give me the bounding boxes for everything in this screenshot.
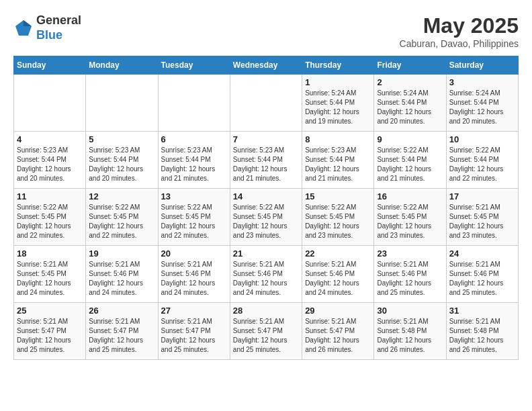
day-info: Sunrise: 5:21 AM Sunset: 5:46 PM Dayligh… xyxy=(161,260,227,298)
day-info: Sunrise: 5:23 AM Sunset: 5:44 PM Dayligh… xyxy=(17,146,83,183)
day-number: 21 xyxy=(233,248,299,259)
day-info: Sunrise: 5:23 AM Sunset: 5:44 PM Dayligh… xyxy=(89,146,154,183)
day-number: 11 xyxy=(17,191,83,201)
calendar-cell: 9Sunrise: 5:22 AM Sunset: 5:44 PM Daylig… xyxy=(374,132,446,189)
day-number: 28 xyxy=(233,306,299,316)
calendar-cell: 16Sunrise: 5:22 AM Sunset: 5:45 PM Dayli… xyxy=(374,189,446,246)
day-number: 2 xyxy=(377,77,443,87)
day-info: Sunrise: 5:24 AM Sunset: 5:44 PM Dayligh… xyxy=(449,89,515,126)
day-info: Sunrise: 5:23 AM Sunset: 5:44 PM Dayligh… xyxy=(233,146,299,183)
day-number: 7 xyxy=(233,134,299,144)
calendar-cell: 4Sunrise: 5:23 AM Sunset: 5:44 PM Daylig… xyxy=(14,132,86,189)
month-title: May 2025 xyxy=(400,13,519,38)
calendar-cell: 24Sunrise: 5:21 AM Sunset: 5:46 PM Dayli… xyxy=(446,246,518,303)
calendar-cell: 23Sunrise: 5:21 AM Sunset: 5:46 PM Dayli… xyxy=(374,246,446,303)
calendar-cell: 31Sunrise: 5:21 AM Sunset: 5:48 PM Dayli… xyxy=(446,303,518,360)
day-info: Sunrise: 5:21 AM Sunset: 5:48 PM Dayligh… xyxy=(449,317,515,355)
calendar-cell: 7Sunrise: 5:23 AM Sunset: 5:44 PM Daylig… xyxy=(230,132,302,189)
day-number: 17 xyxy=(449,191,515,201)
day-info: Sunrise: 5:21 AM Sunset: 5:46 PM Dayligh… xyxy=(377,260,443,298)
weekday-header-sunday: Sunday xyxy=(14,56,86,75)
calendar-cell: 12Sunrise: 5:22 AM Sunset: 5:45 PM Dayli… xyxy=(86,189,158,246)
day-number: 24 xyxy=(449,248,515,259)
calendar-cell: 17Sunrise: 5:21 AM Sunset: 5:45 PM Dayli… xyxy=(446,189,518,246)
calendar-week-2: 4Sunrise: 5:23 AM Sunset: 5:44 PM Daylig… xyxy=(14,132,519,189)
weekday-header-thursday: Thursday xyxy=(302,56,374,75)
logo-text: General Blue xyxy=(36,13,81,42)
day-number: 10 xyxy=(449,134,515,144)
day-info: Sunrise: 5:24 AM Sunset: 5:44 PM Dayligh… xyxy=(377,89,443,126)
day-info: Sunrise: 5:21 AM Sunset: 5:47 PM Dayligh… xyxy=(233,317,299,355)
calendar-cell: 5Sunrise: 5:23 AM Sunset: 5:44 PM Daylig… xyxy=(86,132,158,189)
calendar-cell: 21Sunrise: 5:21 AM Sunset: 5:46 PM Dayli… xyxy=(230,246,302,303)
calendar-cell: 20Sunrise: 5:21 AM Sunset: 5:46 PM Dayli… xyxy=(158,246,230,303)
calendar-week-1: 1Sunrise: 5:24 AM Sunset: 5:44 PM Daylig… xyxy=(14,75,519,132)
calendar-cell: 19Sunrise: 5:21 AM Sunset: 5:46 PM Dayli… xyxy=(86,246,158,303)
calendar-cell: 10Sunrise: 5:22 AM Sunset: 5:44 PM Dayli… xyxy=(446,132,518,189)
logo: General Blue xyxy=(13,13,81,42)
day-info: Sunrise: 5:21 AM Sunset: 5:47 PM Dayligh… xyxy=(161,317,227,355)
day-info: Sunrise: 5:23 AM Sunset: 5:44 PM Dayligh… xyxy=(305,146,371,183)
day-info: Sunrise: 5:22 AM Sunset: 5:45 PM Dayligh… xyxy=(17,203,83,240)
day-info: Sunrise: 5:21 AM Sunset: 5:47 PM Dayligh… xyxy=(89,317,154,355)
day-number: 3 xyxy=(449,77,515,87)
weekday-header-friday: Friday xyxy=(374,56,446,75)
day-info: Sunrise: 5:21 AM Sunset: 5:48 PM Dayligh… xyxy=(377,317,443,355)
weekday-header-monday: Monday xyxy=(86,56,158,75)
day-info: Sunrise: 5:21 AM Sunset: 5:45 PM Dayligh… xyxy=(17,260,83,298)
day-info: Sunrise: 5:21 AM Sunset: 5:46 PM Dayligh… xyxy=(449,260,515,298)
calendar-cell: 30Sunrise: 5:21 AM Sunset: 5:48 PM Dayli… xyxy=(374,303,446,360)
page-header: General Blue May 2025 Caburan, Davao, Ph… xyxy=(13,13,519,49)
day-info: Sunrise: 5:22 AM Sunset: 5:45 PM Dayligh… xyxy=(377,203,443,240)
day-info: Sunrise: 5:22 AM Sunset: 5:44 PM Dayligh… xyxy=(449,146,515,183)
day-info: Sunrise: 5:22 AM Sunset: 5:45 PM Dayligh… xyxy=(305,203,371,240)
calendar-cell xyxy=(230,75,302,132)
calendar-cell: 2Sunrise: 5:24 AM Sunset: 5:44 PM Daylig… xyxy=(374,75,446,132)
calendar-week-3: 11Sunrise: 5:22 AM Sunset: 5:45 PM Dayli… xyxy=(14,189,519,246)
calendar-cell: 18Sunrise: 5:21 AM Sunset: 5:45 PM Dayli… xyxy=(14,246,86,303)
day-number: 22 xyxy=(305,248,371,259)
day-number: 18 xyxy=(17,248,83,259)
day-number: 15 xyxy=(305,191,371,201)
day-number: 26 xyxy=(89,306,154,316)
day-number: 13 xyxy=(161,191,227,201)
day-number: 30 xyxy=(377,306,443,316)
day-number: 12 xyxy=(89,191,154,201)
day-number: 14 xyxy=(233,191,299,201)
logo-icon xyxy=(13,18,34,38)
calendar-week-4: 18Sunrise: 5:21 AM Sunset: 5:45 PM Dayli… xyxy=(14,246,519,303)
logo-line1: General xyxy=(36,13,81,28)
calendar-cell: 8Sunrise: 5:23 AM Sunset: 5:44 PM Daylig… xyxy=(302,132,374,189)
day-info: Sunrise: 5:22 AM Sunset: 5:45 PM Dayligh… xyxy=(233,203,299,240)
day-number: 20 xyxy=(161,248,227,259)
calendar-cell: 11Sunrise: 5:22 AM Sunset: 5:45 PM Dayli… xyxy=(14,189,86,246)
calendar-cell: 3Sunrise: 5:24 AM Sunset: 5:44 PM Daylig… xyxy=(446,75,518,132)
weekday-header-saturday: Saturday xyxy=(446,56,518,75)
calendar-cell: 13Sunrise: 5:22 AM Sunset: 5:45 PM Dayli… xyxy=(158,189,230,246)
calendar-cell: 14Sunrise: 5:22 AM Sunset: 5:45 PM Dayli… xyxy=(230,189,302,246)
calendar-cell: 27Sunrise: 5:21 AM Sunset: 5:47 PM Dayli… xyxy=(158,303,230,360)
day-number: 5 xyxy=(89,134,154,144)
day-number: 9 xyxy=(377,134,443,144)
calendar-cell: 29Sunrise: 5:21 AM Sunset: 5:47 PM Dayli… xyxy=(302,303,374,360)
day-number: 29 xyxy=(305,306,371,316)
calendar-header: SundayMondayTuesdayWednesdayThursdayFrid… xyxy=(14,56,519,75)
day-number: 6 xyxy=(161,134,227,144)
title-block: May 2025 Caburan, Davao, Philippines xyxy=(400,13,519,49)
day-info: Sunrise: 5:21 AM Sunset: 5:46 PM Dayligh… xyxy=(89,260,154,298)
calendar-cell xyxy=(86,75,158,132)
location-subtitle: Caburan, Davao, Philippines xyxy=(400,38,519,49)
day-info: Sunrise: 5:21 AM Sunset: 5:47 PM Dayligh… xyxy=(17,317,83,355)
calendar-cell: 15Sunrise: 5:22 AM Sunset: 5:45 PM Dayli… xyxy=(302,189,374,246)
calendar-body: 1Sunrise: 5:24 AM Sunset: 5:44 PM Daylig… xyxy=(14,75,519,360)
calendar-cell: 26Sunrise: 5:21 AM Sunset: 5:47 PM Dayli… xyxy=(86,303,158,360)
day-info: Sunrise: 5:21 AM Sunset: 5:46 PM Dayligh… xyxy=(305,260,371,298)
day-number: 1 xyxy=(305,77,371,87)
calendar-cell: 28Sunrise: 5:21 AM Sunset: 5:47 PM Dayli… xyxy=(230,303,302,360)
day-info: Sunrise: 5:23 AM Sunset: 5:44 PM Dayligh… xyxy=(161,146,227,183)
calendar-cell xyxy=(14,75,86,132)
weekday-header-wednesday: Wednesday xyxy=(230,56,302,75)
calendar-cell: 6Sunrise: 5:23 AM Sunset: 5:44 PM Daylig… xyxy=(158,132,230,189)
day-number: 25 xyxy=(17,306,83,316)
day-info: Sunrise: 5:24 AM Sunset: 5:44 PM Dayligh… xyxy=(305,89,371,126)
